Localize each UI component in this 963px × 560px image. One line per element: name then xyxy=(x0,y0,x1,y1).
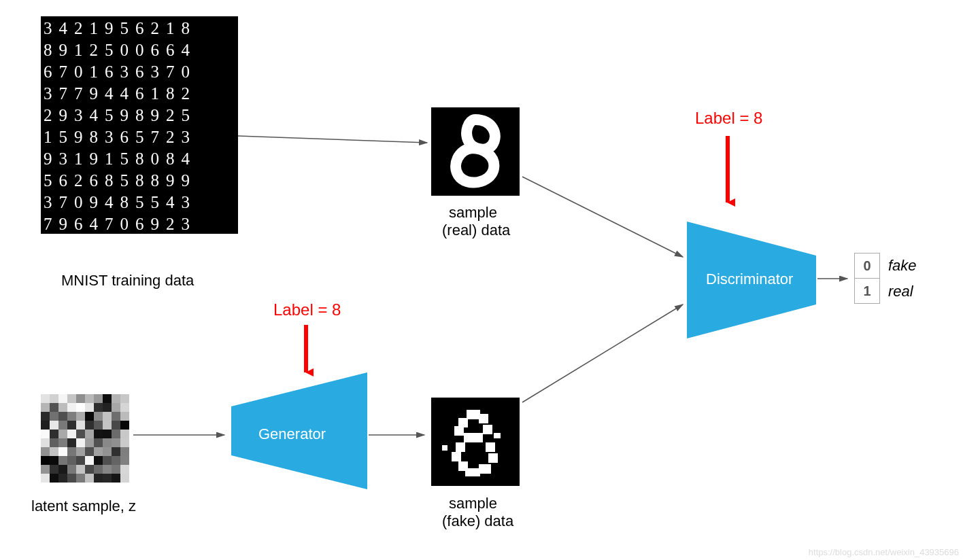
generator-label: Generator xyxy=(258,425,326,443)
output-1-box: 1 xyxy=(854,278,880,304)
gen-input-label: Label = 8 xyxy=(273,300,341,319)
output-0-text: fake xyxy=(888,257,917,275)
output-0-box: 0 xyxy=(854,253,880,279)
discriminator-label: Discriminator xyxy=(706,270,793,288)
arrow-mnist-to-real xyxy=(238,136,427,143)
watermark: https://blog.csdn.net/weixin_43935696 xyxy=(809,547,959,557)
arrow-fake-to-disc xyxy=(522,304,683,402)
arrow-real-to-disc xyxy=(522,177,683,257)
output-1-text: real xyxy=(888,283,913,300)
disc-input-label: Label = 8 xyxy=(695,109,762,128)
